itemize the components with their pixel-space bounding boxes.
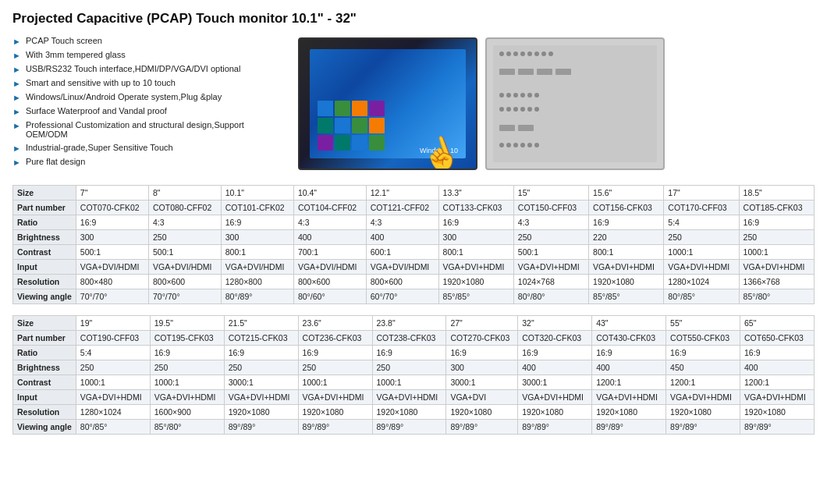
cell-value: 250 bbox=[150, 360, 224, 375]
arrow-icon: ► bbox=[12, 107, 21, 116]
cell-value: 89°/89° bbox=[224, 420, 298, 435]
cell-value: 13.3" bbox=[438, 186, 513, 201]
cell-value: 4:3 bbox=[366, 215, 438, 230]
cell-value: 27" bbox=[446, 316, 518, 331]
feature-item: ►PCAP Touch screen bbox=[12, 36, 286, 46]
table-row: InputVGA+DVI/HDMIVGA+DVI/HDMIVGA+DVI/HDM… bbox=[13, 260, 815, 275]
cell-value: 1000:1 bbox=[76, 375, 150, 390]
arrow-icon: ► bbox=[12, 51, 21, 60]
cell-value: 250 bbox=[76, 360, 150, 375]
table-row: Ratio5:416:916:916:916:916:916:916:916:9… bbox=[13, 346, 815, 360]
cell-value: 800:1 bbox=[221, 245, 293, 260]
page-title: Projected Capacitive (PCAP) Touch monito… bbox=[12, 11, 815, 27]
cell-value: 89°/89° bbox=[298, 420, 372, 435]
feature-text: Surface Waterproof and Vandal proof bbox=[26, 106, 167, 115]
cell-value: COT185-CFK03 bbox=[739, 201, 814, 215]
cell-value: 300 bbox=[221, 230, 293, 245]
cell-value: 89°/89° bbox=[666, 420, 740, 435]
cell-value: VGA+DVI+HDMI bbox=[372, 390, 446, 405]
cell-value: 4:3 bbox=[513, 215, 588, 230]
table-row: Viewing angle70°/70°70°/70°80°/89°80°/60… bbox=[13, 289, 815, 304]
feature-item: ►Surface Waterproof and Vandal proof bbox=[12, 106, 286, 116]
cell-value: VGA+DVI+HDMI bbox=[664, 260, 739, 275]
arrow-icon: ► bbox=[12, 158, 21, 167]
cell-value: COT156-CFK03 bbox=[589, 201, 664, 215]
cell-value: COT550-CFK03 bbox=[666, 331, 740, 346]
row-label: Resolution bbox=[13, 275, 76, 289]
cell-value: 80°/80° bbox=[513, 289, 588, 304]
cell-value: 500:1 bbox=[513, 245, 588, 260]
monitor-back-image bbox=[485, 37, 665, 170]
feature-item: ►Pure flat design bbox=[12, 157, 286, 167]
cell-value: COT320-CFK03 bbox=[518, 331, 592, 346]
cell-value: VGA+DVI/HDMI bbox=[76, 260, 148, 275]
cell-value: 3000:1 bbox=[518, 375, 592, 390]
table-row: Size7"8"10.1"10.4"12.1"13.3"15"15.6"17"1… bbox=[13, 186, 815, 201]
cell-value: 19.5" bbox=[150, 316, 224, 331]
row-label: Ratio bbox=[13, 346, 76, 360]
row-label: Contrast bbox=[13, 375, 76, 390]
cell-value: 300 bbox=[76, 230, 148, 245]
arrow-icon: ► bbox=[12, 79, 21, 88]
feature-item: ►Windows/Linux/Android Operate system,Pl… bbox=[12, 92, 286, 102]
table-row: Viewing angle80°/85°85°/80°89°/89°89°/89… bbox=[13, 420, 815, 435]
cell-value: VGA+DVI+HDMI bbox=[518, 390, 592, 405]
cell-value: 23.6" bbox=[298, 316, 372, 331]
cell-value: 16:9 bbox=[150, 346, 224, 360]
cell-value: 15" bbox=[513, 186, 588, 201]
cell-value: 250 bbox=[372, 360, 446, 375]
arrow-icon: ► bbox=[12, 65, 21, 74]
cell-value: 16:9 bbox=[221, 215, 293, 230]
cell-value: 23.8" bbox=[372, 316, 446, 331]
cell-value: 800:1 bbox=[438, 245, 513, 260]
cell-value: 43" bbox=[592, 316, 666, 331]
cell-value: 1920×1080 bbox=[298, 405, 372, 420]
table-row: Resolution1280×10241600×9001920×10801920… bbox=[13, 405, 815, 420]
cell-value: 70°/70° bbox=[76, 289, 148, 304]
cell-value: 85°/85° bbox=[589, 289, 664, 304]
cell-value: 85°/80° bbox=[739, 289, 814, 304]
cell-value: VGA+DVI+HDMI bbox=[666, 390, 740, 405]
cell-value: COT121-CFF02 bbox=[366, 201, 438, 215]
cell-value: 1920×1080 bbox=[592, 405, 666, 420]
cell-value: VGA+DVI/HDMI bbox=[221, 260, 293, 275]
cell-value: 16:9 bbox=[446, 346, 518, 360]
cell-value: 17" bbox=[664, 186, 739, 201]
back-panel bbox=[493, 45, 657, 162]
cell-value: 60°/70° bbox=[366, 289, 438, 304]
cell-value: COT270-CFK03 bbox=[446, 331, 518, 346]
cell-value: 85°/85° bbox=[438, 289, 513, 304]
cell-value: 220 bbox=[589, 230, 664, 245]
cell-value: 7" bbox=[76, 186, 148, 201]
cell-value: 250 bbox=[224, 360, 298, 375]
cell-value: COT101-CFK02 bbox=[221, 201, 293, 215]
cell-value: 400 bbox=[740, 360, 815, 375]
cell-value: VGA+DVI+HDMI bbox=[589, 260, 664, 275]
cell-value: VGA+DVI/HDMI bbox=[293, 260, 366, 275]
feature-text: Windows/Linux/Android Operate system,Plu… bbox=[26, 92, 222, 101]
cell-value: 250 bbox=[148, 230, 221, 245]
cell-value: 1280×800 bbox=[221, 275, 293, 289]
row-label: Viewing angle bbox=[13, 289, 76, 304]
feature-text: Professional Customization and structura… bbox=[26, 120, 286, 139]
cell-value: 1000:1 bbox=[739, 245, 814, 260]
monitor-front-image: Windows 10 ☝ bbox=[298, 37, 477, 170]
cell-value: VGA+DVI+HDMI bbox=[513, 260, 588, 275]
feature-text: PCAP Touch screen bbox=[26, 36, 102, 45]
feature-text: USB/RS232 Touch interface,HDMI/DP/VGA/DV… bbox=[26, 64, 241, 73]
cell-value: 16:9 bbox=[592, 346, 666, 360]
cell-value: COT236-CFK03 bbox=[298, 331, 372, 346]
cell-value: 400 bbox=[518, 360, 592, 375]
cell-value: 16:9 bbox=[76, 215, 148, 230]
row-label: Size bbox=[13, 316, 76, 331]
row-label: Part number bbox=[13, 331, 76, 346]
cell-value: 1920×1080 bbox=[666, 405, 740, 420]
table-row: Contrast500:1500:1800:1700:1600:1800:150… bbox=[13, 245, 815, 260]
cell-value: 16:9 bbox=[298, 346, 372, 360]
spec-table-2: Size19"19.5"21.5"23.6"23.8"27"32"43"55"6… bbox=[12, 315, 815, 435]
cell-value: 1600×900 bbox=[150, 405, 224, 420]
cell-value: 65" bbox=[740, 316, 815, 331]
feature-text: With 3mm tempered glass bbox=[26, 50, 126, 59]
cell-value: 89°/89° bbox=[446, 420, 518, 435]
table-row: Brightness250250250250250300400400450400 bbox=[13, 360, 815, 375]
